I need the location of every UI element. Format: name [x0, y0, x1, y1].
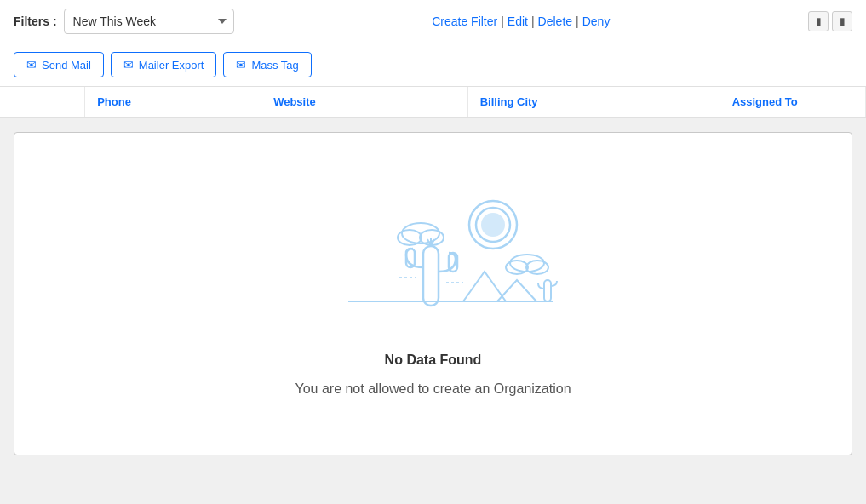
nav-next-button[interactable]: ▮ — [832, 11, 852, 32]
content-area: No Data Found You are not allowed to cre… — [0, 118, 866, 493]
no-data-title: No Data Found — [385, 352, 482, 368]
svg-point-2 — [481, 213, 505, 237]
mass-tag-label: Mass Tag — [251, 59, 298, 72]
th-phone[interactable]: Phone — [85, 87, 261, 117]
mailer-export-button[interactable]: ✉ Mailer Export — [111, 52, 217, 77]
top-bar: Filters : New This Week All Records My R… — [0, 0, 866, 43]
mailer-export-icon: ✉ — [123, 58, 134, 72]
filter-select[interactable]: New This Week All Records My Records Rec… — [64, 9, 234, 34]
mass-tag-icon: ✉ — [236, 58, 246, 72]
mailer-export-label: Mailer Export — [139, 59, 204, 72]
create-filter-link[interactable]: Create Filter — [432, 14, 497, 28]
svg-rect-16 — [544, 280, 551, 301]
no-data-message: You are not allowed to create an Organiz… — [295, 381, 571, 397]
svg-point-7 — [506, 261, 528, 274]
desert-illustration — [297, 182, 570, 335]
nav-prev-button[interactable]: ▮ — [808, 11, 829, 32]
svg-point-4 — [398, 230, 422, 245]
filter-actions: Create Filter | Edit | Delete | Deny — [432, 14, 610, 28]
filter-section: Filters : New This Week All Records My R… — [14, 9, 234, 34]
send-mail-button[interactable]: ✉ Send Mail — [14, 52, 104, 77]
th-checkbox — [0, 87, 85, 117]
nav-controls: ▮ ▮ — [808, 11, 852, 32]
svg-rect-10 — [423, 246, 439, 306]
empty-state-card: No Data Found You are not allowed to cre… — [14, 132, 852, 455]
send-mail-label: Send Mail — [42, 59, 91, 72]
th-billing-city[interactable]: Billing City — [468, 87, 720, 117]
delete-link[interactable]: Delete — [538, 14, 572, 28]
send-mail-icon: ✉ — [26, 58, 37, 72]
action-bar: ✉ Send Mail ✉ Mailer Export ✉ Mass Tag — [0, 43, 866, 87]
edit-link[interactable]: Edit — [508, 14, 528, 28]
th-website[interactable]: Website — [261, 87, 468, 117]
table-header: Phone Website Billing City Assigned To — [0, 87, 866, 118]
svg-point-8 — [526, 261, 548, 274]
filter-label: Filters : — [14, 14, 57, 28]
mass-tag-button[interactable]: ✉ Mass Tag — [223, 52, 311, 77]
th-assigned-to[interactable]: Assigned To — [720, 87, 866, 117]
deny-link[interactable]: Deny — [582, 14, 611, 28]
